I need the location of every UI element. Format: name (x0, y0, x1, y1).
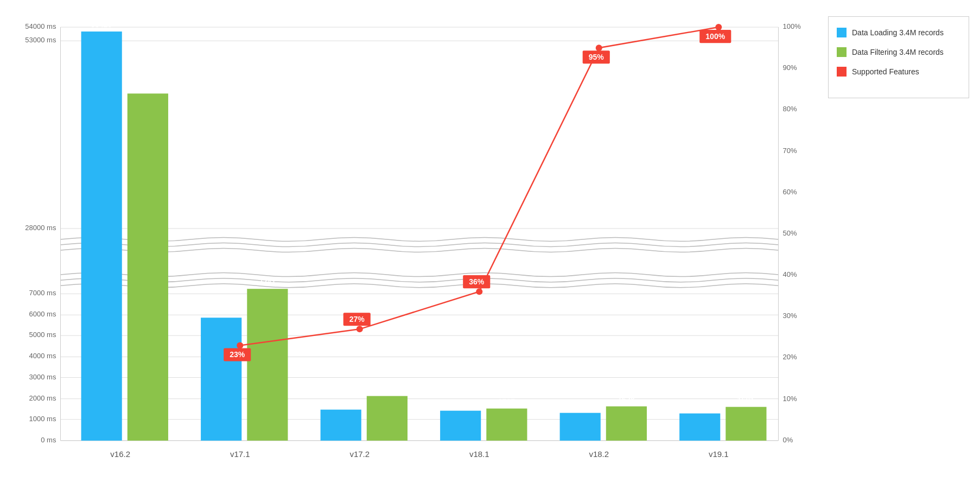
label-v181-blue: 1428 (452, 399, 469, 408)
bar-v181-blue (440, 411, 481, 441)
legend-item-red: Supported Features (837, 67, 960, 77)
y-label-0: 0 ms (41, 436, 56, 444)
y-label-6000: 6000 ms (29, 310, 56, 318)
dot-v181 (476, 288, 482, 295)
y-right-70: 70% (783, 147, 797, 155)
y-label-53000: 53000 ms (25, 36, 56, 44)
y-label-3000: 3000 ms (29, 373, 56, 381)
y-label-1000: 1000 ms (29, 415, 56, 423)
pct-label-v182: 95% (589, 53, 604, 61)
bar-v171-green (247, 289, 288, 441)
bar-v182-blue (560, 413, 601, 441)
chart-area: 0 ms 1000 ms 2000 ms 3000 ms 4000 ms 500… (11, 11, 823, 484)
main-chart-svg: 0 ms 1000 ms 2000 ms 3000 ms 4000 ms 500… (11, 11, 823, 484)
label-v182-blue: 1321 (571, 402, 588, 410)
label-v171-green: 7241 (259, 277, 276, 286)
y-right-30: 30% (783, 312, 797, 320)
legend-item-green: Data Filtering 3.4M records (837, 47, 960, 57)
y-right-20: 20% (783, 353, 797, 361)
y-right-40: 40% (783, 270, 797, 278)
legend-color-green (837, 47, 847, 57)
bar-v162-blue (81, 31, 122, 441)
legend: Data Loading 3.4M records Data Filtering… (828, 16, 969, 98)
label-v191-green: 1601 (737, 396, 754, 404)
label-v172-green: 2112 (378, 385, 395, 394)
y-right-80: 80% (783, 105, 797, 113)
bar-v171-blue (201, 318, 241, 441)
x-label-v182: v18.2 (589, 449, 609, 459)
label-v162-green: 27786 (137, 82, 158, 91)
dot-v191 (715, 24, 722, 30)
chart-container: 0 ms 1000 ms 2000 ms 3000 ms 4000 ms 500… (0, 0, 980, 495)
label-v172-blue: 1481 (332, 398, 349, 407)
y-right-10: 10% (783, 395, 797, 403)
y-label-4000: 4000 ms (29, 352, 56, 360)
x-label-v171: v17.1 (230, 449, 250, 459)
x-label-v191: v19.1 (709, 449, 729, 459)
x-label-v181: v18.1 (469, 449, 489, 459)
pct-label-v181: 36% (469, 277, 485, 286)
y-label-54000: 54000 ms (25, 22, 56, 30)
y-label-7000: 7000 ms (29, 289, 56, 297)
legend-label-green: Data Filtering 3.4M records (852, 47, 944, 57)
bar-v172-blue (321, 410, 361, 441)
x-label-v172: v17.2 (349, 449, 370, 459)
label-v182-green: 1628 (618, 395, 634, 404)
legend-item-blue: Data Loading 3.4M records (837, 28, 960, 37)
bar-v172-green (367, 396, 408, 441)
y-right-100: 100% (783, 22, 801, 30)
label-v162-blue: 53426 (91, 20, 112, 29)
y-right-0: 0% (783, 436, 793, 444)
y-right-90: 90% (783, 64, 797, 72)
bar-v182-green (606, 407, 647, 441)
legend-color-blue (837, 28, 847, 37)
legend-label-blue: Data Loading 3.4M records (852, 28, 944, 37)
label-v191-blue: 1287 (691, 402, 708, 411)
bar-v162-green (128, 93, 168, 440)
bar-v191-green (726, 407, 766, 441)
dot-v172 (357, 326, 363, 332)
legend-color-red (837, 67, 847, 77)
y-label-2000: 2000 ms (29, 394, 56, 402)
y-label-28000: 28000 ms (25, 224, 56, 232)
pct-label-v171: 23% (230, 350, 245, 359)
dot-v182 (596, 45, 602, 51)
x-label-v162: v16.2 (110, 449, 130, 459)
y-right-60: 60% (783, 188, 797, 196)
pct-label-v172: 27% (349, 315, 365, 323)
label-v181-green: 1527 (498, 397, 515, 406)
pct-label-v191: 100% (705, 32, 725, 41)
line-supported-features (240, 27, 718, 345)
label-v171-blue: 5849 (213, 306, 230, 315)
y-label-5000: 5000 ms (29, 331, 56, 339)
legend-label-red: Supported Features (852, 67, 919, 77)
bar-v191-blue (679, 414, 720, 441)
y-right-50: 50% (783, 229, 797, 237)
bar-v181-green (486, 409, 527, 441)
dot-v171 (237, 342, 243, 348)
